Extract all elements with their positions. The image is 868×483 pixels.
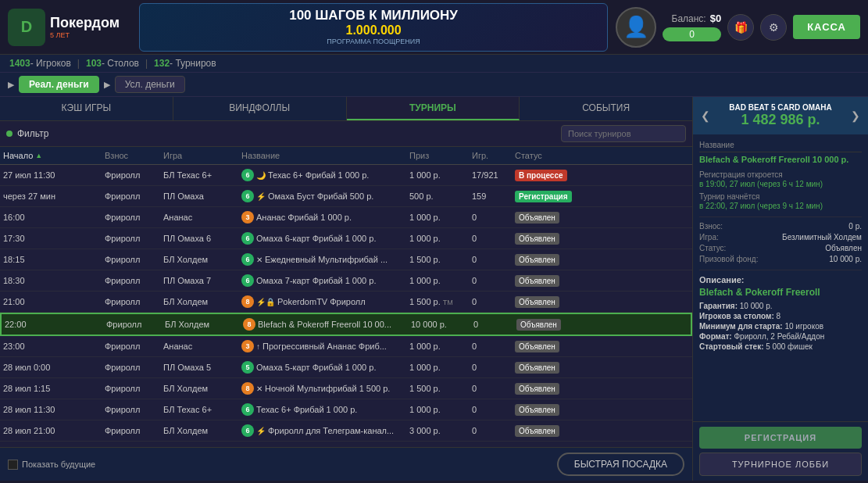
players-num: 1403 xyxy=(9,58,30,69)
table-body: 27 июл 11:30 Фриролл БЛ Техас 6+ 6 🌙 Тех… xyxy=(0,165,692,447)
table-row[interactable]: 17:30 Фриролл ПЛ Омаха 6 6 Омаха 6-карт … xyxy=(0,228,692,249)
header: D Покердом 5 ЛЕТ 100 ШАГОВ К МИЛЛИОНУ 1.… xyxy=(0,0,868,55)
prize-row-value: 10 000 р. xyxy=(829,255,862,263)
desc-title: Описание: xyxy=(699,275,862,284)
tab-events[interactable]: СОБЫТИЯ xyxy=(520,97,692,120)
avatar: 👤 xyxy=(616,7,656,48)
right-content: Название Blefach & Pokeroff Freeroll 10 … xyxy=(693,134,868,421)
banner-sub: ПРОГРАММА ПООЩРЕНИЯ xyxy=(289,38,458,45)
min-players-row: Минимум для старта: 10 игроков xyxy=(699,322,862,331)
virtual-money-tab[interactable]: Усл. деньги xyxy=(115,76,185,93)
guarantee-row: Гарантия: 10 000 р. xyxy=(699,302,862,310)
prize-row: Призовой фонд: 10 000 р. xyxy=(699,255,862,263)
bad-beat-arrow-left[interactable]: ❮ xyxy=(698,109,713,122)
tournaments-num: 132 xyxy=(154,58,170,69)
filter-dot xyxy=(6,131,13,137)
reg-opens-value: в 19:00, 27 июл (через 6 ч 12 мин) xyxy=(699,180,862,188)
balance-section: Баланс: $0 0 xyxy=(663,13,721,41)
table-row[interactable]: 21:00 Фриролл БЛ Холдем 8 ⚡🔒 PokerdomTV … xyxy=(0,292,692,313)
avatar-section: 👤 xyxy=(616,7,656,48)
banner: 100 ШАГОВ К МИЛЛИОНУ 1.000.000 ПРОГРАММА… xyxy=(139,3,608,52)
tab-windfalls[interactable]: ВИНДФОЛЛЫ xyxy=(173,97,347,120)
tab-tournaments[interactable]: ТУРНИРЫ xyxy=(347,97,520,120)
status-row: Статус: Объявлен xyxy=(699,244,862,252)
logo-icon: D xyxy=(8,9,45,46)
show-future-checkbox[interactable] xyxy=(8,460,18,470)
col-fee: Взнос xyxy=(102,147,160,164)
table-row[interactable]: 23:00 Фриролл Ананас 3 ↑ Прогрессивный А… xyxy=(0,336,692,357)
logo-text: Покердом xyxy=(50,15,120,31)
game-row: Игра: Безлимитный Холдем xyxy=(699,233,862,242)
bad-beat-header: ❮ BAD BEAT 5 CARD OMAHA 1 482 986 р. ❯ xyxy=(693,97,868,134)
col-game: Игра xyxy=(160,147,238,164)
desc-tournament-name: Blefach & Pokeroff Freeroll xyxy=(699,287,862,298)
filter-label: Фильтр xyxy=(17,128,48,139)
table-row[interactable]: через 27 мин Фриролл ПЛ Омаха 6 ⚡ Омаха … xyxy=(0,186,692,207)
table-row[interactable]: 28 июл 11:30 Фриролл БЛ Техас 6+ 6 Техас… xyxy=(0,399,692,420)
tournament-starts-label: Турнир начнётся xyxy=(699,192,862,201)
filter-bar: Фильтр xyxy=(0,121,692,147)
fee-row: Взнос: 0 р. xyxy=(699,222,862,231)
tab-cash-games[interactable]: КЭШ ИГРЫ xyxy=(0,97,173,120)
table-row[interactable]: 18:30 Фриролл ПЛ Омаха 7 6 Омаха 7-карт … xyxy=(0,270,692,292)
col-prize: Приз xyxy=(406,147,469,164)
banner-title: 100 ШАГОВ К МИЛЛИОНУ xyxy=(289,9,458,23)
table-row-selected[interactable]: 22:00 Фриролл БЛ Холдем 8 Blefach & Poke… xyxy=(0,313,692,336)
money-tabs: ▶ Реал. деньги ▶ Усл. деньги xyxy=(0,73,868,97)
stack-row: Стартовый стек: 5 000 фишек xyxy=(699,342,862,351)
fee-label: Взнос: xyxy=(699,222,723,231)
table-header: Начало▲ Взнос Игра Название Приз Игр. Ст… xyxy=(0,147,692,165)
banner-amount: 1.000.000 xyxy=(289,23,458,38)
col-start[interactable]: Начало▲ xyxy=(0,147,102,164)
table-row[interactable]: 28 июл 21:00 Фриролл БЛ Холдем 6 ⚡ Фриро… xyxy=(0,420,692,442)
tournaments-label: - Турниров xyxy=(170,58,216,69)
lobby-button[interactable]: ТУРНИРНОЕ ЛОББИ xyxy=(699,453,862,476)
status-row-value: Объявлен xyxy=(825,244,862,252)
game-label: Игра: xyxy=(699,233,719,242)
tables-num: 103 xyxy=(86,58,102,69)
bottom-bar: Показать будущие БЫСТРАЯ ПОСАДКА xyxy=(0,447,692,481)
real-money-tab[interactable]: Реал. деньги xyxy=(19,76,99,93)
players-at-table-row: Игроков за столом: 8 xyxy=(699,312,862,320)
show-future-label: Показать будущие xyxy=(22,460,95,469)
prize-row-label: Призовой фонд: xyxy=(699,255,758,263)
left-panel: КЭШ ИГРЫ ВИНДФОЛЛЫ ТУРНИРЫ СОБЫТИЯ Фильт… xyxy=(0,97,692,481)
bad-beat-arrow-right[interactable]: ❯ xyxy=(848,109,863,122)
right-buttons: РЕГИСТРАЦИЯ ТУРНИРНОЕ ЛОББИ xyxy=(693,421,868,481)
search-input[interactable] xyxy=(561,125,686,142)
bad-beat-title: BAD BEAT 5 CARD OMAHA xyxy=(713,103,848,112)
table-row[interactable]: 28 июл 1:15 Фриролл БЛ Холдем 8 ✕ Ночной… xyxy=(0,378,692,399)
settings-button[interactable]: ⚙ xyxy=(760,14,787,41)
quick-seat-button[interactable]: БЫСТРАЯ ПОСАДКА xyxy=(557,453,684,476)
balance-bar: 0 xyxy=(663,27,721,41)
tables-label: - Столов xyxy=(102,58,139,69)
tournament-name-link[interactable]: Blefach & Pokeroff Freeroll 10 000 р. xyxy=(699,155,862,164)
section-name-label: Название xyxy=(699,141,862,152)
col-action xyxy=(605,147,621,164)
table-row[interactable]: 28 июл 0:00 Фриролл ПЛ Омаха 5 5 Омаха 5… xyxy=(0,357,692,378)
game-value: Безлимитный Холдем xyxy=(782,233,862,242)
reg-opens-label: Регистрация откроется xyxy=(699,170,862,179)
show-future[interactable]: Показать будущие xyxy=(8,460,95,470)
table-row[interactable]: 18:15 Фриролл БЛ Холдем 6 ✕ Ежедневный М… xyxy=(0,249,692,270)
col-status: Статус xyxy=(512,147,605,164)
header-right: 👤 Баланс: $0 0 🎁 ⚙ КАССА xyxy=(616,7,860,48)
kassa-button[interactable]: КАССА xyxy=(793,15,860,39)
col-players: Игр. xyxy=(469,147,512,164)
tournament-starts-value: в 22:00, 27 июл (через 9 ч 12 мин) xyxy=(699,202,862,210)
balance-label: Баланс: xyxy=(672,13,706,24)
col-name: Название xyxy=(238,147,406,164)
registration-button[interactable]: РЕГИСТРАЦИЯ xyxy=(699,427,862,449)
fee-value: 0 р. xyxy=(848,222,862,231)
nav-tabs: КЭШ ИГРЫ ВИНДФОЛЛЫ ТУРНИРЫ СОБЫТИЯ xyxy=(0,97,692,121)
format-row: Формат: Фриролл, 2 Ребай/Аддон xyxy=(699,332,862,341)
stats-bar: 1403 - Игроков | 103 - Столов | 132 - Ту… xyxy=(0,55,868,73)
logo: D Покердом 5 ЛЕТ xyxy=(8,9,120,46)
table-row[interactable]: 16:00 Фриролл Ананас 3 Ананас Фрибай 1 0… xyxy=(0,207,692,228)
balance-value: $0 xyxy=(710,13,721,24)
status-row-label: Статус: xyxy=(699,244,726,252)
gift-button[interactable]: 🎁 xyxy=(727,14,754,41)
players-label: - Игроков xyxy=(30,58,71,69)
table-row[interactable]: 27 июл 11:30 Фриролл БЛ Техас 6+ 6 🌙 Тех… xyxy=(0,165,692,186)
bad-beat-amount: 1 482 986 р. xyxy=(713,112,848,128)
